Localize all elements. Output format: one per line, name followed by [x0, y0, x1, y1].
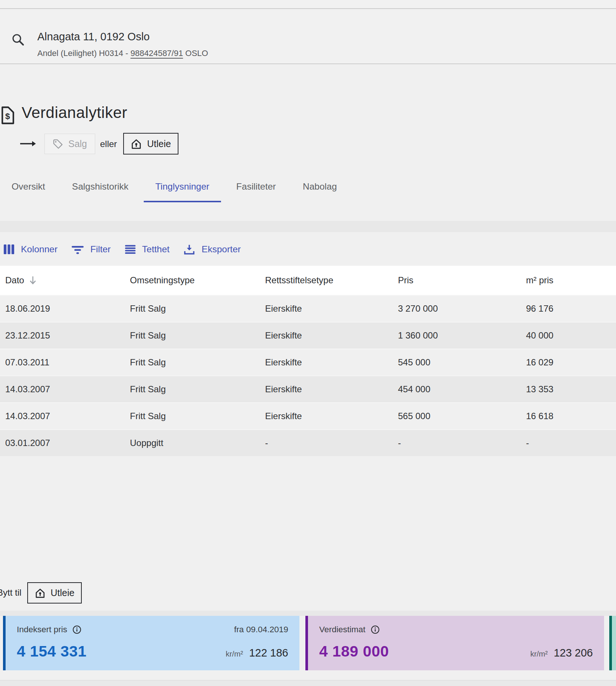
table-body: 18.06.2019 Fritt Salg Eierskifte 3 270 0… — [0, 295, 616, 456]
table-row[interactable]: 07.03.2011 Fritt Salg Eierskifte 545 000… — [0, 349, 616, 375]
cell-m2-pris: 40 000 — [526, 330, 616, 341]
table-row[interactable]: 14.03.2007 Fritt Salg Eierskifte 565 000… — [0, 402, 616, 429]
indexed-price-value: 4 154 331 — [17, 643, 87, 660]
bottom-strip — [0, 680, 616, 686]
home-keyhole-icon — [35, 588, 46, 598]
utleie-toggle-button[interactable]: Utleie — [123, 133, 178, 155]
info-icon[interactable] — [72, 625, 81, 634]
cell-pris: - — [398, 438, 526, 448]
tab-nabolag[interactable]: Nabolag — [291, 181, 348, 202]
density-icon — [125, 244, 136, 255]
sqm-unit-label: kr/m² — [530, 649, 548, 658]
columns-label: Kolonner — [21, 244, 57, 255]
org-number-link[interactable]: 988424587/91 — [130, 49, 183, 58]
cell-dato: 07.03.2011 — [5, 357, 130, 368]
cell-dato: 14.03.2007 — [5, 411, 130, 421]
cell-rettsstiftelsetype: Eierskifte — [265, 411, 398, 421]
cell-m2-pris: 16 029 — [526, 357, 616, 368]
bottom-gap — [0, 670, 616, 680]
tab-tinglysninger[interactable]: Tinglysninger — [144, 181, 221, 202]
filter-label: Filter — [90, 244, 111, 255]
cell-pris: 454 000 — [398, 384, 526, 395]
estimate-sqm-price: 123 206 — [554, 647, 593, 659]
top-strip — [0, 0, 616, 9]
column-header-dato[interactable]: Dato — [5, 275, 130, 286]
indexed-price-label: Indeksert pris — [17, 625, 67, 634]
cell-rettsstiftelsetype: Eierskifte — [265, 330, 398, 341]
cell-rettsstiftelsetype: Eierskifte — [265, 384, 398, 395]
export-label: Eksporter — [202, 244, 241, 255]
property-subtitle: Andel (Leilighet) H0314 - 988424587/91 O… — [37, 49, 208, 58]
value-estimate-value: 4 189 000 — [319, 643, 389, 660]
bytt-til-utleie-button[interactable]: Utleie — [27, 582, 82, 604]
cell-omsetningstype: Fritt Salg — [130, 357, 265, 368]
utleie-label: Utleie — [147, 138, 171, 149]
sort-descending-icon[interactable] — [29, 275, 37, 285]
indexed-price-card: Indeksert pris fra 09.04.2019 4 154 331 … — [3, 616, 299, 670]
property-city: OSLO — [183, 49, 208, 58]
cell-pris: 565 000 — [398, 411, 526, 421]
filter-button[interactable]: Filter — [71, 244, 111, 255]
cell-pris: 1 360 000 — [398, 330, 526, 341]
cell-dato: 23.12.2015 — [5, 330, 130, 341]
value-estimate-card: Verdiestimat 4 189 000 kr/m² 123 206 — [305, 616, 604, 670]
tab-oversikt[interactable]: Oversikt — [0, 181, 57, 202]
section-divider-band — [0, 221, 616, 232]
salg-label: Salg — [68, 138, 87, 149]
filter-icon — [71, 244, 84, 255]
column-header-pris[interactable]: Pris — [398, 275, 526, 286]
cell-dato: 03.01.2007 — [5, 438, 130, 448]
eller-label: eller — [100, 139, 117, 149]
indexed-sqm-price: 122 186 — [249, 647, 288, 659]
home-keyhole-icon — [131, 138, 142, 149]
property-search-header[interactable]: Alnagata 11, 0192 Oslo Andel (Leilighet)… — [0, 10, 616, 64]
salg-toggle-button[interactable]: Salg — [44, 134, 95, 154]
cell-rettsstiftelsetype: Eierskifte — [265, 303, 398, 314]
cell-dato: 14.03.2007 — [5, 384, 130, 395]
info-icon[interactable] — [371, 625, 380, 634]
columns-button[interactable]: Kolonner — [3, 244, 57, 255]
svg-text:$: $ — [5, 111, 10, 121]
page-title: Verdianalytiker — [22, 104, 127, 122]
cell-omsetningstype: Fritt Salg — [130, 303, 265, 314]
density-button[interactable]: Tetthet — [125, 244, 170, 255]
value-estimate-label: Verdiestimat — [319, 625, 365, 634]
table-row[interactable]: 03.01.2007 Uoppgitt - - - — [0, 429, 616, 456]
table-header: Dato Omsetningstype Rettsstiftelsetype P… — [0, 266, 616, 295]
cell-dato: 18.06.2019 — [5, 303, 130, 314]
table-toolbar: Kolonner Filter Tetthet — [3, 239, 241, 260]
density-label: Tetthet — [142, 244, 170, 255]
table-row[interactable]: 23.12.2015 Fritt Salg Eierskifte 1 360 0… — [0, 322, 616, 349]
tab-salgshistorikk[interactable]: Salgshistorikk — [60, 181, 140, 202]
cell-pris: 545 000 — [398, 357, 526, 368]
columns-icon — [3, 244, 15, 255]
verdianalytiker-page: Alnagata 11, 0192 Oslo Andel (Leilighet)… — [0, 0, 616, 686]
sqm-unit-label: kr/m² — [225, 649, 243, 658]
table-row[interactable]: 18.06.2019 Fritt Salg Eierskifte 3 270 0… — [0, 295, 616, 322]
cell-omsetningstype: Fritt Salg — [130, 330, 265, 341]
cell-pris: 3 270 000 — [398, 303, 526, 314]
tag-icon — [53, 139, 63, 149]
column-header-m2-pris[interactable]: m² pris — [526, 275, 616, 286]
clipped-teal-card — [609, 616, 616, 670]
price-tag-dollar-icon: $ — [0, 106, 16, 125]
indexed-price-date: fra 09.04.2019 — [234, 625, 288, 634]
table-row[interactable]: 14.03.2007 Fritt Salg Eierskifte 454 000… — [0, 375, 616, 402]
cell-m2-pris: 96 176 — [526, 303, 616, 314]
cell-m2-pris: 16 618 — [526, 411, 616, 421]
tab-fasiliteter[interactable]: Fasiliteter — [225, 181, 287, 202]
column-header-rettsstiftelsetype[interactable]: Rettsstiftelsetype — [265, 275, 398, 286]
dato-header-label: Dato — [5, 275, 24, 286]
export-button[interactable]: Eksporter — [183, 244, 241, 255]
cell-rettsstiftelsetype: Eierskifte — [265, 357, 398, 368]
bytt-til-label: Bytt til — [0, 587, 21, 598]
property-type: Andel (Leilighet) H0314 - — [37, 49, 130, 58]
cell-omsetningstype: Fritt Salg — [130, 411, 265, 421]
right-arrow-icon — [19, 140, 37, 147]
property-address: Alnagata 11, 0192 Oslo — [37, 31, 150, 43]
utleie-label: Utleie — [51, 587, 75, 598]
cell-omsetningstype: Fritt Salg — [130, 384, 265, 395]
column-header-omsetningstype[interactable]: Omsetningstype — [130, 275, 265, 286]
search-icon[interactable] — [11, 33, 26, 48]
cell-omsetningstype: Uoppgitt — [130, 438, 265, 448]
